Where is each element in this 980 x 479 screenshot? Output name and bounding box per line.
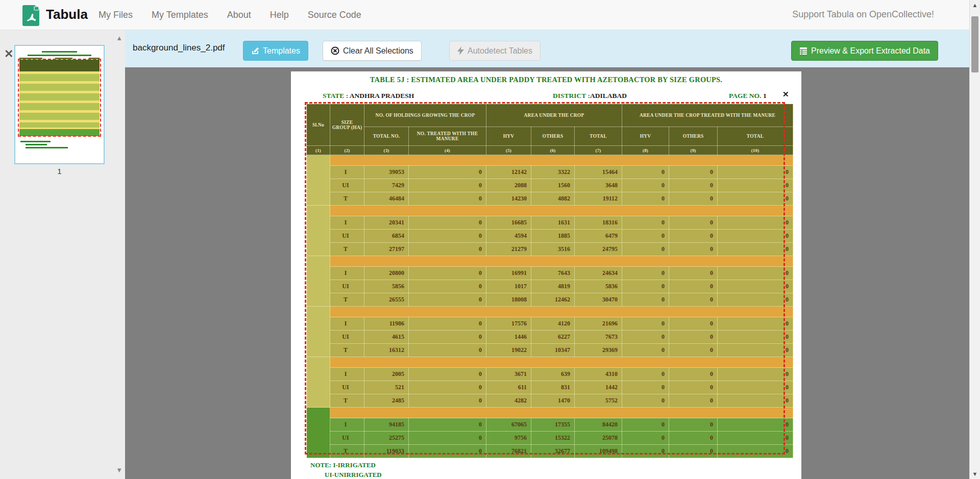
row-label-cell: T (330, 394, 364, 408)
row-label-cell: UI (330, 381, 364, 394)
value-cell: 0 (669, 445, 718, 458)
value-cell: 25275 (364, 432, 409, 445)
value-cell: 24795 (575, 243, 622, 256)
support-link[interactable]: Support Tabula on OpenCollective! (792, 9, 934, 20)
district-label: DISTRICT : (553, 92, 590, 99)
group-title-cell (330, 256, 793, 267)
value-cell: 119033 (364, 445, 409, 458)
value-cell: 0 (669, 243, 718, 256)
thumbnail-page-number: 1 (14, 167, 105, 175)
value-cell: 0 (622, 317, 669, 331)
nav-link-help[interactable]: Help (270, 10, 289, 20)
clear-all-selections-button[interactable]: Clear All Selections (323, 41, 422, 61)
table-row: T163120190221034729369000 (307, 344, 793, 357)
value-cell: 0 (622, 344, 669, 357)
col-number-7: (7) (575, 146, 622, 155)
col-number-5: (5) (486, 146, 531, 155)
table-row: UI52106118311442000 (307, 381, 793, 394)
value-cell: 2005 (364, 368, 409, 381)
clear-selections-label: Clear All Selections (343, 46, 413, 56)
value-cell: 0 (622, 192, 669, 206)
tabula-logo[interactable] (22, 5, 41, 26)
scrollbar-thumb[interactable] (971, 16, 978, 72)
row-label-cell: T (330, 243, 364, 256)
value-cell: 0 (409, 280, 486, 293)
value-cell: 0 (718, 280, 793, 293)
row-label-cell: UI (330, 230, 364, 243)
sidebar-scroll-down-icon[interactable]: ▼ (116, 466, 122, 474)
window-scrollbar[interactable]: ▲ ▼ (969, 0, 980, 479)
doc-table-title: TABLE 5J : ESTIMATED AREA UNDER PADDY TR… (291, 75, 801, 84)
nav-link-my-files[interactable]: My Files (99, 10, 133, 20)
col-number-1: (1) (307, 146, 330, 155)
value-cell: 25078 (575, 432, 622, 445)
value-cell: 16991 (486, 267, 531, 280)
page-thumbnail[interactable] (14, 45, 105, 164)
value-cell: 0 (409, 293, 486, 307)
value-cell: 15464 (575, 166, 622, 179)
thumbnail-preview (15, 46, 104, 163)
value-cell: 0 (409, 230, 486, 243)
pageno-label: PAGE NO. (729, 92, 762, 99)
table-row: I20800016991764324634000 (307, 267, 793, 280)
remove-page-icon[interactable]: ✕ (4, 48, 13, 60)
templates-button[interactable]: Templates (243, 41, 308, 61)
row-label-cell: T (330, 192, 364, 206)
value-cell: 0 (622, 445, 669, 458)
value-cell: 5752 (575, 394, 622, 408)
col-number-4: (4) (409, 146, 486, 155)
selection-close-icon[interactable]: ✕ (782, 90, 789, 99)
value-cell: 24634 (575, 267, 622, 280)
district-value: ADILABAD (590, 92, 627, 99)
nav-link-my-templates[interactable]: My Templates (152, 10, 208, 20)
value-cell: 0 (669, 344, 718, 357)
pdf-page[interactable]: TABLE 5J : ESTIMATED AREA UNDER PADDY TR… (291, 71, 801, 479)
value-cell: 10347 (531, 344, 575, 357)
autodetect-tables-button[interactable]: Autodetect Tables (449, 41, 541, 61)
value-cell: 0 (409, 179, 486, 192)
doc-state-line: STATE : ANDHRA PRADESH (323, 92, 414, 100)
group-title-cell (330, 307, 793, 317)
value-cell: 0 (718, 368, 793, 381)
value-cell: 12142 (486, 166, 531, 179)
value-cell: 0 (409, 243, 486, 256)
pageno-value: 1 (763, 92, 767, 99)
group-title-cell (330, 206, 793, 216)
value-cell: 0 (669, 368, 718, 381)
value-cell: 0 (622, 230, 669, 243)
sidebar-scroll-up-icon[interactable]: ▲ (116, 34, 122, 42)
row-label-cell: I (330, 317, 364, 331)
row-label-cell: I (330, 216, 364, 230)
doc-pageno-line: PAGE NO. 1 (729, 92, 767, 100)
data-table: Sl.No SIZE GROUP (HA) NO. OF HOLDINGS GR… (306, 104, 793, 458)
value-cell: 5836 (575, 280, 622, 293)
note-line-1: NOTE: I-IRRIGATED (310, 461, 382, 470)
table-row: T24850428214705752000 (307, 394, 793, 408)
col-hyv-2: HYV (622, 127, 669, 146)
brand-title[interactable]: Tabula (46, 7, 88, 22)
value-cell: 0 (409, 418, 486, 432)
col-number-3: (3) (364, 146, 409, 155)
value-cell: 17576 (486, 317, 531, 331)
value-cell: 0 (622, 331, 669, 344)
col-size-group: SIZE GROUP (HA) (330, 104, 364, 146)
value-cell: 0 (669, 317, 718, 331)
slno-cell (307, 408, 330, 458)
row-label-cell: T (330, 344, 364, 357)
scrollbar-down-icon[interactable]: ▼ (970, 471, 980, 477)
slno-cell (307, 307, 330, 357)
group-title-cell (330, 357, 793, 368)
value-cell: 0 (622, 267, 669, 280)
value-cell: 0 (669, 394, 718, 408)
preview-export-button[interactable]: Preview & Export Extracted Data (791, 41, 938, 61)
scrollbar-up-icon[interactable]: ▲ (970, 2, 980, 8)
value-cell: 0 (669, 216, 718, 230)
col-others-1: OTHERS (531, 127, 575, 146)
clear-selections-icon (331, 46, 339, 55)
value-cell: 0 (409, 166, 486, 179)
nav-link-about[interactable]: About (227, 10, 251, 20)
autodetect-icon (457, 46, 464, 55)
nav-link-source-code[interactable]: Source Code (308, 10, 361, 20)
value-cell: 0 (669, 280, 718, 293)
value-cell: 9756 (486, 432, 531, 445)
